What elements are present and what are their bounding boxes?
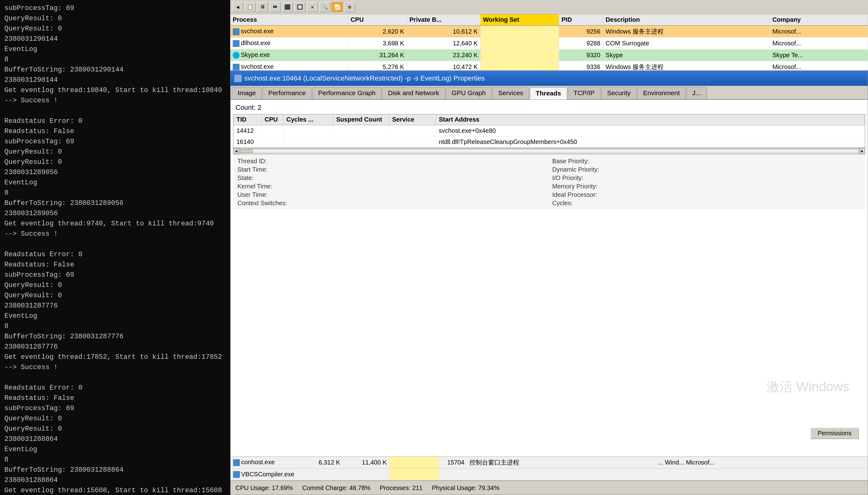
toolbar-btn-sq1[interactable]: ⬛	[282, 2, 293, 12]
process-icon	[233, 52, 239, 59]
detail-context-switches-label: Context Switches:	[237, 200, 294, 207]
process-desc: Windows 服务主进程	[603, 25, 770, 37]
status-bar: CPU Usage: 17.69% Commit Charge: 48.78% …	[231, 480, 868, 495]
thread-details: Thread ID: Base Priority: Start Time: Dy…	[233, 154, 865, 210]
process-icon	[233, 28, 239, 35]
detail-start-time-label: Start Time:	[237, 166, 294, 173]
process-row[interactable]: dllhost.exe 3,698 K 12,640 K 9288 COM Su…	[230, 37, 868, 49]
detail-cycles: Cycles:	[552, 200, 861, 207]
bottom-process-row[interactable]: VBCSCompiler.exe	[231, 468, 868, 480]
process-cpu: 2,620 K	[348, 25, 407, 37]
tab-tcp/ip[interactable]: TCP/IP	[568, 87, 601, 99]
toolbar-btn-graph[interactable]: 📈	[332, 2, 343, 12]
process-private: 10,612 K	[407, 25, 480, 37]
toolbar-btn-clip[interactable]: 📋	[245, 2, 256, 12]
process-icon	[233, 40, 239, 47]
tab-bar: ImagePerformancePerformance GraphDisk an…	[231, 86, 868, 100]
prop-window-icon	[234, 74, 242, 82]
bottom-process-desc: 控制台窗口主进程	[467, 457, 655, 468]
h-scrollbar[interactable]: ◀ ▶	[233, 148, 865, 154]
process-company: Skype Te...	[770, 49, 868, 61]
toolbar: ◀ 📋 🖥 💻 ⬛ 🔲 ✕ 🔍 📈 ⚙	[230, 0, 868, 14]
toolbar-btn-mon1[interactable]: 🖥	[257, 2, 268, 12]
process-row[interactable]: svchost.exe 5,276 K 10,472 K 9336 Window…	[230, 61, 868, 70]
tab-security[interactable]: Security	[601, 87, 636, 99]
threads-content: Count: 2 TID CPU Cycles ... Suspend Coun…	[231, 100, 868, 457]
tab-image[interactable]: Image	[232, 87, 262, 99]
thread-start-addr: svchost.exe+0x4e80	[436, 125, 865, 136]
thread-row[interactable]: 16140 ntdll.dll!TpReleaseCleanupGroupMem…	[233, 136, 865, 148]
process-pid: 9288	[559, 37, 603, 49]
process-name: Skype.exe	[230, 49, 348, 61]
process-tbody: svchost.exe 2,620 K 10,612 K 9256 Window…	[230, 25, 868, 70]
detail-io-priority: I/O Priority:	[552, 174, 861, 182]
tab-performance[interactable]: Performance	[262, 87, 312, 99]
toolbar-btn-comp[interactable]: 💻	[269, 2, 281, 12]
tab-performance-graph[interactable]: Performance Graph	[312, 87, 381, 99]
thread-cpu	[261, 125, 283, 136]
process-desc: COM Surrogate	[603, 37, 770, 49]
toolbar-btn-sq2[interactable]: 🔲	[294, 2, 305, 12]
status-processes: Processes: 211	[380, 484, 423, 492]
process-company: Microsof...	[770, 25, 868, 37]
detail-base-priority-label: Base Priority:	[552, 158, 608, 165]
thread-service	[389, 125, 436, 136]
thread-cycles	[283, 136, 333, 148]
process-private: 10,472 K	[407, 61, 480, 70]
bottom-process-cpu: 6,312 K	[305, 457, 343, 468]
tab-threads[interactable]: Threads	[530, 87, 567, 100]
bottom-process-desc	[467, 468, 655, 480]
process-name: dllhost.exe	[230, 37, 348, 49]
process-cpu: 5,276 K	[348, 61, 407, 70]
scroll-track[interactable]	[240, 149, 858, 153]
scroll-thumb[interactable]	[240, 150, 253, 153]
thread-col-suspend: Suspend Count	[333, 115, 389, 125]
toolbar-btn-x[interactable]: ✕	[307, 2, 318, 12]
process-row[interactable]: Skype.exe 31,264 K 23,240 K 9320 Skype S…	[230, 49, 868, 61]
detail-dynamic-priority: Dynamic Priority:	[552, 166, 861, 173]
process-area: Process CPU Private B... Working Set PID…	[230, 14, 868, 71]
tab-services[interactable]: Services	[492, 87, 529, 99]
tab-j...[interactable]: J...	[686, 87, 707, 99]
thread-suspend	[333, 136, 389, 148]
detail-state-label: State:	[237, 174, 294, 182]
threads-tbody: 14412 svchost.exe+0x4e80 16140 ntdll.dll…	[233, 125, 865, 148]
bottom-process-pid	[439, 468, 467, 480]
detail-base-priority: Base Priority:	[552, 158, 861, 165]
process-desc: Skype	[603, 49, 770, 61]
thread-row[interactable]: 14412 svchost.exe+0x4e80	[233, 125, 865, 136]
toolbar-btn-search[interactable]: 🔍	[319, 2, 330, 12]
detail-memory-priority: Memory Priority:	[552, 183, 861, 190]
scroll-right-arrow[interactable]: ▶	[859, 148, 865, 154]
bottom-process-company: ... Wind... Microsof...	[655, 457, 868, 468]
tab-disk-and-network[interactable]: Disk and Network	[382, 87, 445, 99]
detail-ideal-processor-label: Ideal Processor:	[552, 191, 608, 198]
tab-environment[interactable]: Environment	[637, 87, 686, 99]
thread-start-addr: ntdll.dll!TpReleaseCleanupGroupMembers+0…	[436, 136, 865, 148]
terminal-panel: subProcessTag: 69 QueryResult: 0 QueryRe…	[0, 0, 230, 495]
scroll-left-arrow[interactable]: ◀	[233, 148, 239, 154]
process-working	[480, 37, 559, 49]
properties-window: svchost.exe:10464 (LocalServiceNetworkRe…	[230, 71, 868, 495]
process-working	[480, 25, 559, 37]
thread-service	[389, 136, 436, 148]
permissions-button[interactable]: Permissions	[811, 428, 859, 439]
col-header-desc: Description	[603, 14, 770, 25]
detail-state: State:	[237, 174, 546, 182]
thread-col-tid: TID	[233, 115, 261, 125]
detail-start-time: Start Time:	[237, 166, 546, 173]
process-working	[480, 49, 559, 61]
tab-gpu-graph[interactable]: GPU Graph	[446, 87, 492, 99]
detail-thread-id: Thread ID:	[237, 158, 546, 165]
detail-ideal-processor: Ideal Processor:	[552, 191, 861, 198]
bottom-process-name: conhost.exe	[231, 457, 305, 468]
toolbar-btn-back[interactable]: ◀	[232, 2, 243, 12]
process-row[interactable]: svchost.exe 2,620 K 10,612 K 9256 Window…	[230, 25, 868, 37]
threads-table: TID CPU Cycles ... Suspend Count Service…	[233, 115, 865, 148]
status-commit: Commit Charge: 48.78%	[302, 484, 370, 492]
bottom-process-name: VBCSCompiler.exe	[231, 468, 305, 480]
toolbar-btn-gear[interactable]: ⚙	[344, 2, 355, 12]
thread-col-start: Start Address	[436, 115, 865, 125]
col-header-cpu: CPU	[348, 14, 407, 25]
bottom-process-row[interactable]: conhost.exe 6,312 K 11,400 K 15704 控制台窗口…	[231, 457, 868, 468]
